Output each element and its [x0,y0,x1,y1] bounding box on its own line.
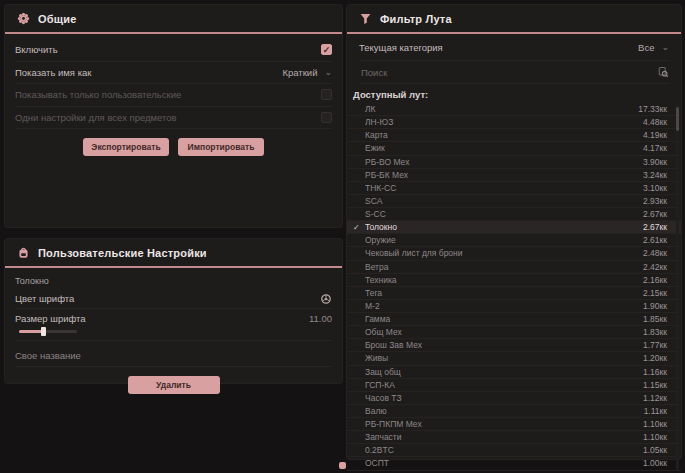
loot-item-value: 4.17кк [643,143,667,153]
loot-item-name: М-2 [365,301,643,311]
enable-checkbox[interactable]: ✓ [321,44,332,55]
loot-item-value: 3.24кк [643,170,667,180]
loot-item-name: SCA [365,196,643,206]
loot-item-value: 1.15кк [643,380,667,390]
loot-row[interactable]: Гамма1.85кк [347,313,681,326]
loot-row[interactable]: Чековый лист для брони2.48кк [347,247,681,260]
loot-row[interactable]: Ветра2.42кк [347,261,681,274]
loot-item-name: ОСПТ [365,458,643,468]
import-button[interactable]: Импортировать [178,138,264,156]
loot-item-value: 1.20кк [643,353,667,363]
loot-row[interactable]: Тега2.15кк [347,287,681,300]
selected-item-name: Толокно [15,276,332,286]
backpack-icon [17,246,30,259]
loot-item-name: Брош Зав Мех [365,340,643,350]
loot-row[interactable]: ТНК-СС3.10кк [347,182,681,195]
chevron-down-icon: ⌄ [324,69,332,75]
loot-item-name: Толокно [365,222,643,232]
font-size-slider[interactable] [19,330,77,333]
loot-row[interactable]: Общ Мех1.83кк [347,326,681,339]
loot-item-value: 2.93кк [643,196,667,206]
loot-item-value: 2.61кк [643,235,667,245]
loot-item-value: 1.11кк [644,406,667,416]
panel-custom-settings: Пользовательские Настройки Толокно Цвет … [5,239,342,383]
available-loot-label: Доступный лут: [353,89,669,100]
loot-item-value: 1.10кк [643,432,667,442]
loot-item-value: 2.67кк [643,222,667,232]
loot-row[interactable]: SCA2.93кк [347,195,681,208]
flower-gear-icon [17,12,30,25]
custom-name-input[interactable] [15,347,332,367]
loot-item-name: Ветра [365,262,643,272]
loot-item-name: Защ общ [365,367,643,377]
delete-row: Удалить [5,376,342,394]
setting-row-same-settings: Одни настройки для всех предметов [15,107,332,130]
loot-row[interactable]: РБ-ВО Мех3.90кк [347,156,681,169]
loot-row[interactable]: Защ общ1.16кк [347,366,681,379]
panel-custom-header: Пользовательские Настройки [5,239,342,268]
loot-row[interactable]: ✓Толокно2.67кк [347,221,681,234]
loot-item-value: 2.42кк [643,262,667,272]
search-row [359,61,669,84]
loot-item-name: Живы [365,353,643,363]
scrollbar-thumb[interactable] [676,107,679,131]
loot-row[interactable]: Живы1.20кк [347,352,681,365]
only-custom-checkbox[interactable] [321,89,332,100]
loot-list: ЛК17.33ккЛН-ЮЗ4.48ккКарта4.19ккЕжик4.17к… [347,103,681,471]
loot-item-name: ЛК [365,104,638,114]
setting-row-show-name: Показать имя как Краткий ⌄ [15,62,332,85]
loot-item-name: РБ-ПКПМ Мех [365,419,643,429]
loot-row[interactable]: Часов ТЗ1.12кк [347,392,681,405]
loot-row[interactable]: 0.2BTC1.05кк [347,444,681,457]
loot-item-value: 2.67кк [643,209,667,219]
loot-row[interactable]: Запчасти1.10кк [347,431,681,444]
category-dropdown[interactable]: Все ⌄ [638,42,669,53]
search-icon[interactable] [657,66,669,78]
resize-handle[interactable] [339,462,346,469]
check-icon: ✓ [323,45,331,55]
setting-row-only-custom: Показывать только пользовательские [15,84,332,107]
loot-row[interactable]: Брош Зав Мех1.77кк [347,339,681,352]
scrollbar-track[interactable] [676,103,679,471]
same-settings-checkbox[interactable] [321,112,332,123]
loot-row[interactable]: Техника2.16кк [347,274,681,287]
loot-item-value: 1.05кк [643,445,667,455]
loot-row[interactable]: ЛК17.33кк [347,103,681,116]
loot-row[interactable]: ЛН-ЮЗ4.48кк [347,116,681,129]
font-size-value: 11.00 [309,313,332,324]
loot-item-value: 2.16кк [643,275,667,285]
chevron-down-icon: ⌄ [661,44,669,50]
loot-row[interactable]: Валю1.11кк [347,405,681,418]
loot-item-name: ГСП-КА [365,380,643,390]
loot-row[interactable]: S-CC2.67кк [347,208,681,221]
slider-fill [19,330,43,333]
loot-item-name: Валю [365,406,644,416]
divider [15,340,332,341]
loot-row[interactable]: РБ-ПКПМ Мех1.10кк [347,418,681,431]
slider-thumb[interactable] [41,327,46,336]
show-name-dropdown[interactable]: Краткий ⌄ [282,67,332,78]
loot-item-name: РБ-БК Мех [365,170,643,180]
panel-loot-filter: Фильтр Лута Текущая категория Все ⌄ Дост… [347,5,681,459]
loot-row[interactable]: Оружие2.61кк [347,234,681,247]
panel-filter-header: Фильтр Лута [347,5,681,34]
show-name-value: Краткий [282,67,317,78]
loot-item-value: 3.10кк [643,183,667,193]
export-button[interactable]: Экспортировать [83,138,169,156]
delete-button[interactable]: Удалить [128,376,220,394]
panel-general-header: Общие [5,5,342,34]
palette-icon[interactable] [320,293,332,305]
loot-item-value: 4.19кк [643,130,667,140]
loot-row[interactable]: Карта4.19кк [347,129,681,142]
loot-item-name: РБ-ВО Мех [365,157,643,167]
loot-row[interactable]: ОСПТ1.00кк [347,457,681,470]
loot-row[interactable]: РБ-БК Мех3.24кк [347,169,681,182]
loot-row[interactable]: Ежик4.17кк [347,142,681,155]
loot-row[interactable]: М-21.90кк [347,300,681,313]
category-label: Текущая категория [359,42,443,53]
loot-item-value: 2.15кк [643,288,667,298]
search-input[interactable] [359,66,657,79]
font-size-row: Размер шрифта 11.00 [15,309,332,328]
loot-row[interactable]: ГСП-КА1.15кк [347,379,681,392]
font-size-label: Размер шрифта [15,313,86,324]
